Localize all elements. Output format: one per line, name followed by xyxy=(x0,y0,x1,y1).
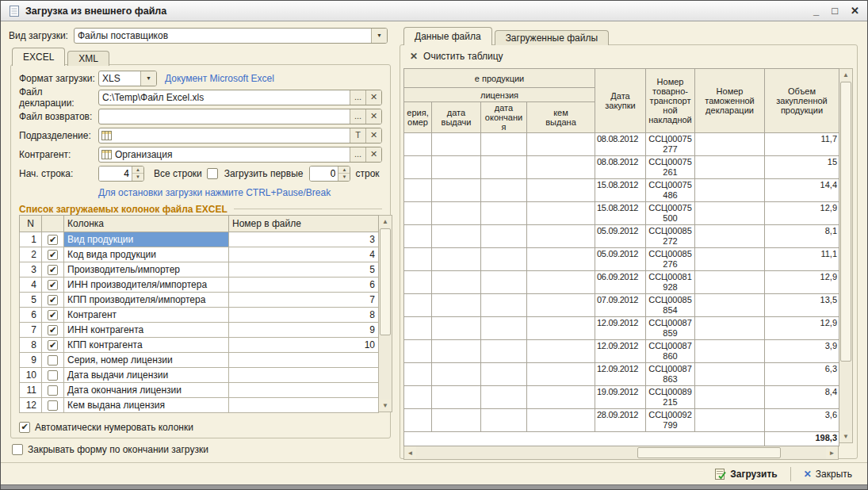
purchase-date-cell[interactable]: 08.08.2012 xyxy=(595,133,646,156)
ttn-number-cell[interactable]: ССЦ00087859 xyxy=(646,317,695,340)
row-number-cell[interactable]: 1 xyxy=(20,232,42,247)
start-row-spinner[interactable]: ▲ ▼ xyxy=(98,166,144,182)
ttn-number-cell[interactable]: ССЦ00075486 xyxy=(646,179,695,202)
row-number-cell[interactable]: 12 xyxy=(20,398,42,413)
scroll-left-icon[interactable]: ◄ xyxy=(404,446,416,459)
row-number-cell[interactable]: 2 xyxy=(20,247,42,262)
row-checkbox[interactable] xyxy=(48,370,58,381)
ttn-number-cell[interactable]: ССЦ00087863 xyxy=(646,363,695,386)
license-end-cell[interactable] xyxy=(481,340,527,363)
returns-clear-button[interactable]: ✕ xyxy=(365,109,381,124)
row-checkbox-cell[interactable] xyxy=(42,323,64,338)
spin-up-icon[interactable]: ▲ xyxy=(338,167,350,174)
license-issuer-cell[interactable] xyxy=(527,340,595,363)
row-number-cell[interactable]: 3 xyxy=(20,262,42,278)
row-checkbox[interactable] xyxy=(48,235,58,245)
license-issue-cell[interactable] xyxy=(432,225,481,248)
format-hint-link[interactable]: Документ Microsoft Excel xyxy=(165,73,274,84)
license-issue-cell[interactable] xyxy=(432,248,481,271)
license-issuer-cell[interactable] xyxy=(527,248,595,271)
license-end-cell[interactable] xyxy=(481,409,527,432)
scroll-thumb[interactable] xyxy=(380,228,391,335)
purchase-date-cell[interactable]: 12.09.2012 xyxy=(595,340,646,363)
license-series-cell[interactable] xyxy=(404,156,432,179)
purchase-date-cell[interactable]: 12.09.2012 xyxy=(595,317,646,340)
volume-cell[interactable]: 13,5 xyxy=(765,294,839,317)
purchase-date-cell[interactable]: 12.09.2012 xyxy=(595,363,646,386)
column-name-cell[interactable]: Серия, номер лицензии xyxy=(64,353,229,368)
load-kind-dropdown-button[interactable]: ▼ xyxy=(371,29,387,43)
row-number-cell[interactable]: 7 xyxy=(20,323,42,338)
ttn-number-cell[interactable]: ССЦ00089215 xyxy=(646,386,695,409)
customs-number-cell[interactable] xyxy=(695,340,765,363)
license-series-cell[interactable] xyxy=(404,133,432,156)
returns-file-input[interactable] xyxy=(99,109,350,124)
close-window-button[interactable]: ✕ xyxy=(851,4,859,18)
license-series-cell[interactable] xyxy=(404,340,432,363)
purchase-date-cell[interactable]: 05.09.2012 xyxy=(595,225,646,248)
volume-cell[interactable]: 8,1 xyxy=(765,225,839,248)
column-name-cell[interactable]: Вид продукции xyxy=(64,232,229,247)
row-checkbox[interactable] xyxy=(48,340,58,350)
column-name-cell[interactable]: Контрагент xyxy=(64,308,229,323)
license-issuer-cell[interactable] xyxy=(527,179,595,202)
file-number-cell[interactable]: 7 xyxy=(229,293,379,308)
purchase-date-cell[interactable]: 06.09.2012 xyxy=(595,271,646,294)
file-number-cell[interactable]: 10 xyxy=(229,338,379,353)
file-number-cell[interactable] xyxy=(229,398,379,413)
ttn-number-cell[interactable]: ССЦ00085276 xyxy=(646,248,695,271)
license-issue-cell[interactable] xyxy=(432,271,481,294)
row-checkbox-cell[interactable] xyxy=(42,262,64,278)
contractor-clear-button[interactable]: ✕ xyxy=(365,147,381,162)
columns-table-vertical-scrollbar[interactable]: ▲ ▼ xyxy=(379,215,392,412)
row-checkbox[interactable] xyxy=(48,295,58,305)
ttn-number-cell[interactable]: ССЦ00081928 xyxy=(646,271,695,294)
license-end-cell[interactable] xyxy=(481,363,527,386)
file-data-vertical-scrollbar[interactable]: ▲ ▼ xyxy=(839,68,853,443)
scroll-up-icon[interactable]: ▲ xyxy=(379,216,392,228)
spin-up-icon[interactable]: ▲ xyxy=(132,167,143,174)
row-checkbox[interactable] xyxy=(48,400,58,411)
spin-down-icon[interactable]: ▼ xyxy=(338,174,350,181)
volume-cell[interactable]: 8,4 xyxy=(765,386,839,409)
license-issue-cell[interactable] xyxy=(432,363,481,386)
purchase-date-cell[interactable]: 28.09.2012 xyxy=(595,409,646,432)
scroll-thumb[interactable] xyxy=(637,447,781,458)
declaration-clear-button[interactable]: ✕ xyxy=(365,90,381,105)
scroll-down-icon[interactable]: ▼ xyxy=(839,431,852,442)
license-issue-cell[interactable] xyxy=(432,294,481,317)
row-checkbox[interactable] xyxy=(48,355,58,366)
purchase-date-cell[interactable]: 05.09.2012 xyxy=(595,248,646,271)
license-issuer-cell[interactable] xyxy=(527,294,595,317)
close-button[interactable]: ✕ Закрыть xyxy=(800,467,856,481)
row-number-cell[interactable]: 6 xyxy=(20,308,42,323)
scroll-right-icon[interactable]: ► xyxy=(826,446,838,459)
customs-number-cell[interactable] xyxy=(695,248,765,271)
volume-cell[interactable]: 15 xyxy=(765,156,839,179)
purchase-date-cell[interactable]: 08.08.2012 xyxy=(595,156,646,179)
file-number-cell[interactable]: 4 xyxy=(229,247,379,262)
all-rows-checkbox[interactable] xyxy=(207,168,218,179)
department-input[interactable] xyxy=(112,128,350,143)
file-number-cell[interactable] xyxy=(229,368,379,383)
row-checkbox-cell[interactable] xyxy=(42,247,64,262)
minimize-button[interactable]: _ xyxy=(813,4,819,18)
row-checkbox[interactable] xyxy=(48,325,58,335)
license-issuer-cell[interactable] xyxy=(527,386,595,409)
load-kind-combobox[interactable]: ▼ xyxy=(74,28,388,44)
license-series-cell[interactable] xyxy=(404,179,432,202)
file-data-horizontal-scrollbar[interactable]: ◄ ► xyxy=(403,446,839,460)
license-end-cell[interactable] xyxy=(481,294,527,317)
customs-number-cell[interactable] xyxy=(695,133,765,156)
customs-number-cell[interactable] xyxy=(695,386,765,409)
volume-cell[interactable]: 11,1 xyxy=(765,248,839,271)
license-issue-cell[interactable] xyxy=(432,317,481,340)
file-number-cell[interactable]: 8 xyxy=(229,308,379,323)
tab-excel[interactable]: EXCEL xyxy=(12,48,65,66)
license-end-cell[interactable] xyxy=(481,202,527,225)
license-end-cell[interactable] xyxy=(481,179,527,202)
customs-number-cell[interactable] xyxy=(695,409,765,432)
volume-cell[interactable]: 11,7 xyxy=(765,133,839,156)
format-dropdown-button[interactable]: ▼ xyxy=(140,71,156,86)
file-number-cell[interactable]: 6 xyxy=(229,278,379,293)
